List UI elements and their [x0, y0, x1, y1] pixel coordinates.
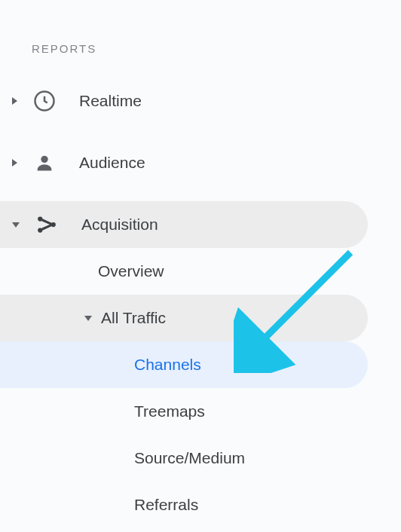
- sub-all-traffic-label: All Traffic: [101, 309, 166, 327]
- caret-right-icon: [12, 97, 17, 105]
- sub-sub-source-medium-label: Source/Medium: [134, 449, 245, 467]
- nav-acquisition[interactable]: Acquisition: [0, 201, 368, 248]
- sub-sub-channels-label: Channels: [134, 356, 201, 374]
- sub-sub-referrals-label: Referrals: [134, 496, 198, 514]
- nav-realtime-label: Realtime: [79, 92, 142, 110]
- sub-overview-label: Overview: [98, 262, 164, 280]
- sub-overview[interactable]: Overview: [0, 248, 368, 295]
- sub-sub-treemaps-label: Treemaps: [134, 402, 205, 420]
- sub-sub-treemaps[interactable]: Treemaps: [0, 388, 368, 435]
- reports-section-header: REPORTS: [0, 0, 401, 78]
- merge-icon: [29, 206, 65, 243]
- nav-audience-label: Audience: [79, 154, 145, 172]
- nav-realtime[interactable]: Realtime: [0, 78, 368, 124]
- sub-all-traffic[interactable]: All Traffic: [0, 295, 368, 341]
- nav-audience[interactable]: Audience: [0, 139, 368, 186]
- nav-acquisition-label: Acquisition: [81, 216, 158, 234]
- sub-sub-source-medium[interactable]: Source/Medium: [0, 435, 368, 482]
- person-icon: [26, 145, 63, 181]
- svg-point-1: [41, 156, 47, 163]
- sub-sub-referrals[interactable]: Referrals: [0, 482, 368, 528]
- sub-sub-channels[interactable]: Channels: [0, 341, 368, 388]
- caret-down-icon: [84, 316, 92, 321]
- caret-down-icon: [12, 222, 20, 228]
- caret-right-icon: [12, 159, 17, 167]
- clock-icon: [26, 83, 63, 119]
